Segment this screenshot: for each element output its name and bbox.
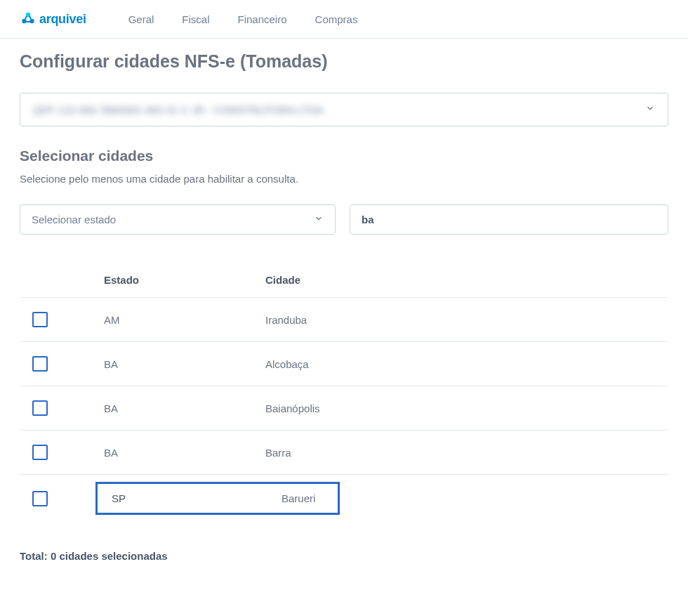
cell-estado: BA bbox=[104, 447, 265, 459]
logo[interactable]: arquivei bbox=[20, 11, 86, 27]
chevron-down-icon bbox=[645, 103, 655, 116]
cell-cidade: Alcobaça bbox=[265, 358, 668, 370]
cell-estado: BA bbox=[104, 402, 265, 414]
section-title: Selecionar cidades bbox=[20, 148, 668, 164]
table-row: SP Barueri bbox=[20, 475, 668, 523]
main-nav: Geral Fiscal Financeiro Compras bbox=[128, 13, 358, 25]
cell-cidade: Baianópolis bbox=[265, 402, 668, 414]
header-cidade: Cidade bbox=[265, 274, 668, 286]
nav-financeiro[interactable]: Financeiro bbox=[238, 13, 287, 25]
cell-cidade: Barra bbox=[265, 447, 668, 459]
state-dropdown-label: Selecionar estado bbox=[32, 214, 116, 225]
row-checkbox[interactable] bbox=[32, 445, 48, 460]
page-title: Configurar cidades NFS-e (Tomadas) bbox=[20, 51, 668, 72]
table-row: BA Baianópolis bbox=[20, 386, 668, 431]
table-header: Estado Cidade bbox=[20, 263, 668, 298]
table-row: AM Iranduba bbox=[20, 298, 668, 342]
cell-cidade: Barueri bbox=[282, 492, 315, 504]
logo-text: arquivei bbox=[39, 12, 86, 27]
app-header: arquivei Geral Fiscal Financeiro Compras bbox=[0, 0, 688, 39]
city-search-input[interactable] bbox=[350, 204, 668, 235]
nav-geral[interactable]: Geral bbox=[128, 13, 154, 25]
filter-row: Selecionar estado bbox=[20, 204, 668, 235]
state-dropdown[interactable]: Selecionar estado bbox=[20, 204, 336, 235]
total-label: Total: 0 cidades selecionadas bbox=[20, 550, 668, 562]
row-checkbox[interactable] bbox=[32, 491, 48, 506]
company-dropdown[interactable]: QPF 123 456.789/0001 WG 01 C JR - CONSTR… bbox=[20, 93, 668, 126]
cell-cidade: Iranduba bbox=[265, 314, 668, 326]
arquivei-logo-icon bbox=[20, 11, 37, 27]
cell-estado: BA bbox=[104, 358, 265, 370]
svg-point-1 bbox=[22, 19, 26, 23]
section-subtitle: Selecione pelo menos uma cidade para hab… bbox=[20, 173, 668, 185]
chevron-down-icon bbox=[314, 214, 324, 225]
cell-estado: SP bbox=[112, 492, 282, 504]
cell-estado: AM bbox=[104, 314, 265, 326]
table-row: BA Alcobaça bbox=[20, 342, 668, 386]
highlighted-selection: SP Barueri bbox=[95, 482, 340, 515]
table-row: BA Barra bbox=[20, 431, 668, 475]
row-checkbox[interactable] bbox=[32, 356, 48, 372]
nav-compras[interactable]: Compras bbox=[315, 13, 358, 25]
nav-fiscal[interactable]: Fiscal bbox=[182, 13, 209, 25]
cities-table: Estado Cidade AM Iranduba BA Alcobaça BA… bbox=[20, 263, 668, 523]
page-content: Configurar cidades NFS-e (Tomadas) QPF 1… bbox=[0, 39, 688, 575]
header-estado: Estado bbox=[104, 274, 265, 286]
company-label: QPF 123 456.789/0001 WG 01 C JR - CONSTR… bbox=[33, 104, 324, 116]
row-checkbox[interactable] bbox=[32, 312, 48, 327]
row-checkbox[interactable] bbox=[32, 400, 48, 416]
svg-point-2 bbox=[29, 19, 34, 23]
